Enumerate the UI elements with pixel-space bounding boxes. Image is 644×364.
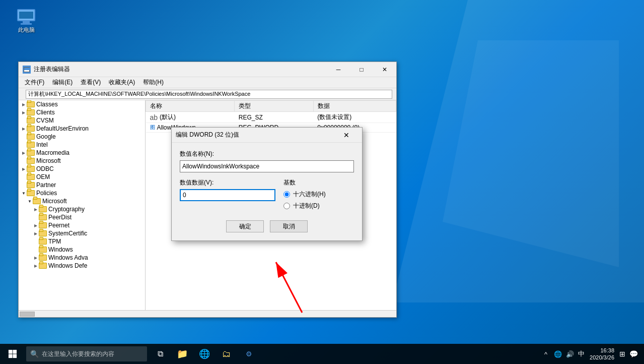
tray-chevron[interactable]: ^ bbox=[540, 344, 552, 364]
folder-icon bbox=[27, 158, 35, 164]
tree-item-peernet[interactable]: ▶ Peernet bbox=[19, 221, 145, 229]
value-input[interactable] bbox=[180, 189, 275, 201]
tree-item-windows-def[interactable]: ▶ Windows Defe bbox=[19, 262, 145, 270]
tree-item-clients[interactable]: ▶ Clients bbox=[19, 108, 145, 116]
radio-dec-option[interactable]: 十进制(D) bbox=[283, 202, 354, 210]
close-button[interactable]: ✕ bbox=[373, 62, 396, 77]
dialog-title-text: 编辑 DWORD (32 位)值 bbox=[176, 131, 335, 139]
edge-button[interactable]: 🌐 bbox=[193, 344, 216, 364]
regedit-title-icon bbox=[23, 66, 31, 74]
window-controls: ─ □ ✕ bbox=[327, 62, 396, 77]
notification-icon[interactable]: 💬 bbox=[629, 350, 638, 358]
menu-favorites[interactable]: 收藏夹(A) bbox=[105, 77, 139, 88]
computer-icon bbox=[16, 9, 36, 25]
folder-icon bbox=[27, 109, 35, 115]
tree-item-cryptography[interactable]: ▶ Cryptography bbox=[19, 205, 145, 213]
svg-rect-4 bbox=[9, 354, 13, 358]
folder-icon bbox=[27, 150, 35, 156]
radio-dec[interactable] bbox=[283, 203, 290, 209]
arrow-icon: ▶ bbox=[33, 231, 39, 236]
col-data: 数据 bbox=[313, 101, 396, 112]
tree-item-oem[interactable]: ▶ OEM bbox=[19, 173, 145, 181]
search-text: 在这里输入你要搜索的内容 bbox=[42, 350, 114, 358]
address-path[interactable]: 计算机\HKEY_LOCAL_MACHINE\SOFTWARE\Policies… bbox=[26, 90, 392, 99]
name-input[interactable] bbox=[180, 160, 354, 172]
menu-view[interactable]: 查看(V) bbox=[77, 77, 105, 88]
tree-item-peerdist[interactable]: ▶ PeerDist bbox=[19, 213, 145, 221]
tree-item-microsoft[interactable]: ▶ Microsoft bbox=[19, 157, 145, 165]
search-icon: 🔍 bbox=[30, 350, 39, 358]
taskbar-right: ^ 🌐 🔊 中 16:38 2020/3/26 ⊞ 💬 bbox=[540, 344, 644, 364]
desktop-icon-computer[interactable]: 此电脑 bbox=[11, 9, 41, 34]
name-label: 数值名称(N): bbox=[180, 150, 354, 158]
desktop: 此电脑 注册表编辑器 ─ □ ✕ 文件(F) 编辑(E) 查看(V) 收藏夹(A… bbox=[0, 0, 644, 364]
arrow-icon: ▼ bbox=[21, 191, 27, 196]
tray-icons: ^ 🌐 🔊 中 bbox=[540, 344, 587, 364]
language-indicator[interactable]: 中 bbox=[578, 349, 585, 358]
time-display: 16:38 bbox=[590, 347, 614, 354]
tree-item-windows-adv[interactable]: ▶ Windows Adva bbox=[19, 254, 145, 262]
folder-icon bbox=[33, 198, 41, 204]
folder-icon bbox=[39, 255, 47, 261]
row-name: ab (默认) bbox=[146, 112, 235, 123]
tree-item-defaultuser[interactable]: ▶ DefaultUserEnviron bbox=[19, 125, 145, 133]
folder-icon bbox=[27, 190, 35, 196]
grid-icon[interactable]: ⊞ bbox=[619, 350, 625, 358]
folder-icon bbox=[27, 101, 35, 107]
tree-item-policies-microsoft[interactable]: ▼ Microsoft bbox=[19, 197, 145, 205]
dialog-base-col: 基数 十六进制(H) 十进制(D) bbox=[283, 178, 354, 213]
scrollbar-horizontal[interactable] bbox=[19, 310, 396, 317]
task-view-icon: ⧉ bbox=[158, 349, 163, 358]
edge-icon: 🌐 bbox=[199, 348, 210, 359]
volume-icon[interactable]: 🔊 bbox=[564, 344, 576, 364]
tree-item-intel[interactable]: ▶ Intel bbox=[19, 141, 145, 149]
dialog-body: 数值名称(N): 数值数据(V): 基数 十六进制(H) 十进制(D) bbox=[172, 143, 362, 240]
arrow-icon: ▶ bbox=[33, 223, 39, 228]
menu-edit[interactable]: 编辑(E) bbox=[48, 77, 77, 88]
folder-icon bbox=[27, 126, 35, 132]
maximize-button[interactable]: □ bbox=[350, 62, 373, 77]
tree-item-cvsm[interactable]: ▶ CVSM bbox=[19, 116, 145, 125]
arrow-icon: ▶ bbox=[33, 207, 39, 212]
row-type: REG_SZ bbox=[235, 112, 314, 123]
file-explorer-button[interactable]: 📁 bbox=[171, 344, 193, 364]
tree-item-classes[interactable]: ▶ Classes bbox=[19, 100, 145, 108]
folder-icon bbox=[39, 206, 47, 212]
dialog-row: 数值数据(V): 基数 十六进制(H) 十进制(D) bbox=[180, 178, 354, 213]
svg-rect-2 bbox=[9, 350, 13, 354]
menu-help[interactable]: 帮助(H) bbox=[139, 77, 168, 88]
address-bar: 计算机\HKEY_LOCAL_MACHINE\SOFTWARE\Policies… bbox=[19, 88, 396, 100]
network-icon[interactable]: 🌐 bbox=[552, 344, 564, 364]
taskbar-search[interactable]: 🔍 在这里输入你要搜索的内容 bbox=[26, 346, 147, 361]
tree-item-partner[interactable]: ▶ Partner bbox=[19, 181, 145, 189]
minimize-button[interactable]: ─ bbox=[327, 62, 350, 77]
tree-item-odbc[interactable]: ▶ ODBC bbox=[19, 165, 145, 173]
menu-file[interactable]: 文件(F) bbox=[21, 77, 48, 88]
date-display: 2020/3/26 bbox=[590, 354, 614, 361]
table-row[interactable]: ab (默认) REG_SZ (数值未设置) bbox=[146, 112, 396, 123]
folder-icon: 📁 bbox=[177, 348, 188, 359]
radio-hex-option[interactable]: 十六进制(H) bbox=[283, 190, 354, 199]
regedit-taskbar-button[interactable]: ⚙ bbox=[238, 344, 260, 364]
tree-item-policies[interactable]: ▼ Policies bbox=[19, 189, 145, 197]
tree-item-tpm[interactable]: ▶ TPM bbox=[19, 237, 145, 246]
dialog-close-button[interactable]: ✕ bbox=[335, 128, 358, 143]
file-manager-button[interactable]: 🗂 bbox=[216, 344, 238, 364]
arrow-icon: ▶ bbox=[21, 167, 27, 171]
radio-hex[interactable] bbox=[283, 191, 290, 198]
base-label: 基数 bbox=[283, 178, 354, 187]
window-titlebar: 注册表编辑器 ─ □ ✕ bbox=[19, 62, 396, 77]
arrow-icon: ▶ bbox=[33, 264, 39, 268]
folder-icon bbox=[39, 222, 47, 228]
cancel-button[interactable]: 取消 bbox=[270, 220, 308, 232]
tree-item-macromedia[interactable]: ▶ Macromedia bbox=[19, 149, 145, 157]
tree-item-google[interactable]: ▶ Google bbox=[19, 133, 145, 141]
tree-panel: ▶ Classes ▶ Clients ▶ CVSM bbox=[19, 100, 146, 310]
tree-item-systemcert[interactable]: ▶ SystemCertific bbox=[19, 229, 145, 237]
svg-rect-5 bbox=[13, 354, 17, 358]
clock[interactable]: 16:38 2020/3/26 bbox=[590, 347, 614, 361]
start-button[interactable] bbox=[0, 344, 25, 364]
ok-button[interactable]: 确定 bbox=[226, 220, 264, 232]
task-view-button[interactable]: ⧉ bbox=[149, 344, 171, 364]
tree-item-windows[interactable]: ▶ Windows bbox=[19, 246, 145, 254]
